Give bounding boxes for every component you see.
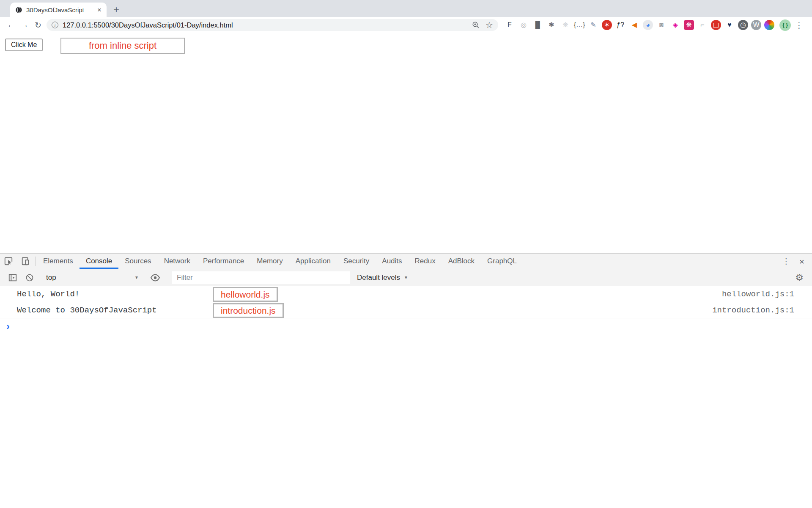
formatter-extension-icon-glyph: F: [508, 22, 512, 28]
devtools-tab-console[interactable]: Console: [80, 254, 118, 269]
color-wheel-extension-icon[interactable]: [764, 20, 774, 30]
devtools-tab-performance[interactable]: Performance: [197, 254, 250, 269]
console-filter-input[interactable]: [172, 271, 350, 284]
context-selector-value: top: [46, 273, 56, 282]
clock-extension-icon-glyph: ◷: [740, 22, 746, 28]
log-levels-value: Default levels: [357, 273, 400, 282]
bug-extension-icon-glyph: ❃: [549, 22, 554, 28]
wave-extension-icon-glyph: W: [753, 22, 759, 28]
source-file-annotation: helloworld.js: [213, 287, 278, 302]
ring-extension-icon-glyph: ◎: [521, 22, 527, 28]
click-me-button[interactable]: Click Me: [5, 39, 43, 51]
pink-gear-extension-icon[interactable]: ❋: [684, 20, 694, 30]
stop-hand-extension-icon-glyph: ✶: [604, 22, 609, 28]
bug-extension-icon[interactable]: ❃: [546, 19, 557, 30]
console-prompt-chevron-icon: ›: [6, 321, 10, 331]
address-bar[interactable]: i 127.0.0.1:5500/30DaysOfJavaScript/01-D…: [47, 19, 498, 31]
reload-icon[interactable]: ↻: [31, 20, 45, 30]
new-tab-button[interactable]: +: [113, 5, 119, 15]
devtools-panel: ElementsConsoleSourcesNetworkPerformance…: [0, 253, 812, 334]
inline-script-annotation: from inline script: [60, 38, 185, 54]
graphql-extension-icon[interactable]: ◈: [670, 19, 681, 30]
corner-arrow-extension-icon-glyph: ⌐: [700, 22, 704, 28]
console-prompt-row[interactable]: ›: [0, 318, 812, 334]
devtools-tab-security[interactable]: Security: [337, 254, 376, 269]
devtools-tab-bar: ElementsConsoleSourcesNetworkPerformance…: [0, 254, 812, 269]
tab-title: 30DaysOfJavaScript: [26, 6, 97, 14]
profile-avatar[interactable]: { }: [779, 19, 791, 31]
devtools-tab-sources[interactable]: Sources: [118, 254, 157, 269]
device-toolbar-icon[interactable]: [17, 254, 34, 269]
console-settings-gear-icon[interactable]: ⚙: [791, 273, 808, 282]
function-extension-icon-glyph: ƒ?: [617, 22, 624, 28]
url-text[interactable]: 127.0.0.1:5500/30DaysOfJavaScript/01-Day…: [63, 21, 466, 29]
devtools-close-icon[interactable]: ×: [795, 257, 809, 266]
formatter-extension-icon[interactable]: F: [504, 19, 515, 30]
ring-extension-icon[interactable]: ◎: [518, 19, 529, 30]
camera-extension-icon-glyph: ◙: [659, 22, 664, 28]
web-page: Click Me from inline script: [0, 33, 812, 253]
back-icon[interactable]: ←: [4, 20, 18, 30]
eyedropper-extension-icon[interactable]: ✎: [588, 19, 599, 30]
corner-arrow-extension-icon[interactable]: ⌐: [697, 19, 708, 30]
swirl-extension-icon[interactable]: ◕: [643, 20, 653, 30]
globe-favicon-icon: [15, 6, 22, 14]
stop-hand-extension-icon[interactable]: ✶: [602, 20, 612, 30]
devtools-tab-elements[interactable]: Elements: [37, 254, 80, 269]
camera-extension-icon[interactable]: ◙: [656, 19, 667, 30]
braces-extension-icon[interactable]: {…}: [574, 19, 585, 30]
live-expression-eye-icon[interactable]: [147, 273, 164, 283]
pink-gear-extension-icon-glyph: ❋: [686, 22, 691, 28]
heart-search-extension-icon-glyph: ♥: [727, 22, 732, 28]
clock-extension-icon[interactable]: ◷: [738, 20, 748, 30]
columns-extension-icon-glyph: ▐▌: [533, 22, 543, 28]
devtools-tab-graphql[interactable]: GraphQL: [481, 254, 523, 269]
columns-extension-icon[interactable]: ▐▌: [532, 19, 543, 30]
function-extension-icon[interactable]: ƒ?: [615, 19, 626, 30]
forward-icon[interactable]: →: [18, 20, 31, 30]
bookmark-star-icon[interactable]: ☆: [486, 21, 493, 29]
megaphone-extension-icon[interactable]: ◀: [629, 19, 640, 30]
braces-extension-icon-glyph: {…}: [574, 22, 585, 28]
browser-tab[interactable]: 30DaysOfJavaScript ×: [10, 3, 107, 17]
console-message-row: Hello, World!helloworld.jshelloworld.js:…: [0, 286, 812, 302]
devtools-tab-adblock[interactable]: AdBlock: [442, 254, 481, 269]
eyedropper-extension-icon-glyph: ✎: [590, 22, 596, 28]
browser-toolbar: ← → ↻ i 127.0.0.1:5500/30DaysOfJavaScrip…: [0, 17, 812, 33]
swirl-extension-icon-glyph: ◕: [646, 22, 650, 28]
devtools-menu-kebab-icon[interactable]: ⋮: [777, 257, 795, 266]
browser-menu-kebab-icon[interactable]: ⋮: [795, 20, 803, 30]
log-levels-dropdown[interactable]: Default levels ▼: [357, 273, 408, 282]
divider: [35, 257, 36, 266]
tab-close-icon[interactable]: ×: [97, 6, 102, 14]
inspect-element-icon[interactable]: [0, 254, 17, 269]
wave-extension-icon[interactable]: W: [751, 20, 761, 30]
console-sidebar-toggle-icon[interactable]: [4, 273, 21, 282]
source-file-annotation: introduction.js: [213, 303, 284, 318]
graphql-extension-icon-glyph: ◈: [673, 22, 678, 28]
console-message-text: Welcome to 30DaysOfJavaScript: [17, 306, 157, 315]
atom-extension-icon[interactable]: ❋: [560, 19, 571, 30]
megaphone-extension-icon-glyph: ◀: [632, 22, 637, 28]
devtools-tab-audits[interactable]: Audits: [376, 254, 408, 269]
console-source-link[interactable]: helloworld.js:1: [722, 290, 794, 299]
console-message-row: Welcome to 30DaysOfJavaScriptintroductio…: [0, 302, 812, 318]
red-app-extension-icon-glyph: ▢: [713, 22, 719, 28]
console-toolbar: top ▼ Default levels ▼ ⚙: [0, 269, 812, 286]
zoom-in-icon[interactable]: [472, 21, 480, 29]
console-source-link[interactable]: introduction.js:1: [712, 306, 794, 315]
context-selector[interactable]: top ▼: [41, 273, 144, 282]
heart-search-extension-icon[interactable]: ♥: [724, 19, 735, 30]
browser-tab-strip: 30DaysOfJavaScript × +: [0, 0, 812, 17]
devtools-tab-redux[interactable]: Redux: [409, 254, 442, 269]
devtools-tab-network[interactable]: Network: [158, 254, 197, 269]
extensions-area: F◎▐▌❃❋{…}✎✶ƒ?◀◕◙◈❋⌐▢♥◷W: [504, 19, 774, 30]
devtools-tabs: ElementsConsoleSourcesNetworkPerformance…: [37, 254, 523, 269]
clear-console-icon[interactable]: [21, 273, 38, 282]
chevron-down-icon: ▼: [404, 275, 408, 280]
devtools-tab-memory[interactable]: Memory: [250, 254, 289, 269]
red-app-extension-icon[interactable]: ▢: [711, 20, 721, 30]
site-info-icon[interactable]: i: [52, 22, 58, 28]
devtools-tab-application[interactable]: Application: [289, 254, 337, 269]
console-message-text: Hello, World!: [17, 290, 80, 299]
